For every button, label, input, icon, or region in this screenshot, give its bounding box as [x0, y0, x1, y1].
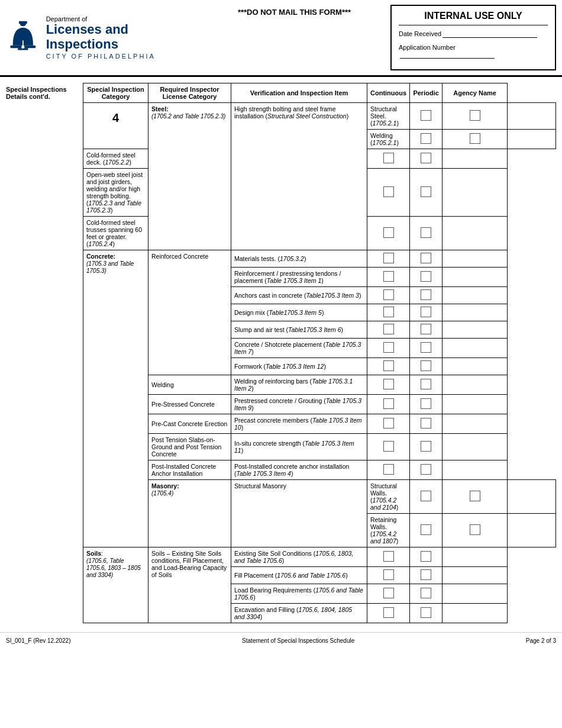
s2-per: [410, 567, 443, 584]
s4-agency[interactable]: [443, 604, 508, 623]
steel-4-continuous-checkbox[interactable]: [383, 186, 394, 197]
s3-cont-cb[interactable]: [383, 588, 394, 598]
steel-5-periodic-cell: [410, 217, 443, 250]
steel-4-agency[interactable]: [443, 169, 508, 217]
concrete-item-4: Design mix (Table1705.3 Item 5): [231, 304, 367, 321]
application-number-value[interactable]: [400, 51, 495, 59]
steel-3-periodic-cell: [410, 149, 443, 169]
soils-item-2: Fill Placement (1705.6 and Table 1705.6): [231, 567, 367, 584]
c8-cont-cb[interactable]: [383, 379, 394, 389]
steel-1-continuous-checkbox[interactable]: [421, 110, 431, 121]
m1-agency[interactable]: [508, 480, 556, 514]
steel-4-continuous-cell: [367, 169, 410, 217]
c6-agency[interactable]: [443, 339, 508, 358]
c1-agency[interactable]: [443, 250, 508, 268]
c11-agency[interactable]: [443, 434, 508, 460]
masonry-item-2: Retaining Walls. (1705.4.2 and 1807): [367, 514, 410, 547]
c9-per-cb[interactable]: [421, 398, 431, 409]
s2-agency[interactable]: [443, 567, 508, 584]
steel-2-continuous-checkbox[interactable]: [421, 133, 431, 144]
s2-per-cb[interactable]: [421, 569, 431, 580]
c5-agency[interactable]: [443, 321, 508, 339]
m2-cont-cb[interactable]: [421, 524, 431, 535]
steel-2-agency[interactable]: [508, 130, 556, 149]
c7-cont-cb[interactable]: [383, 360, 394, 371]
c5-per-cb[interactable]: [421, 324, 431, 334]
steel-4-periodic-checkbox[interactable]: [421, 186, 431, 197]
steel-3-periodic-checkbox[interactable]: [421, 153, 431, 163]
m1-per-cb[interactable]: [470, 491, 480, 501]
steel-5-periodic-checkbox[interactable]: [421, 227, 431, 238]
structural-masonry-inspector: Structural Masonry: [231, 480, 367, 547]
c8-agency[interactable]: [443, 375, 508, 395]
form-id: SI_001_F (Rev 12.2022): [6, 637, 71, 644]
steel-3-continuous-checkbox[interactable]: [383, 153, 394, 163]
c3-cont-cb[interactable]: [383, 289, 394, 300]
c4-agency[interactable]: [443, 304, 508, 321]
c11-per-cb[interactable]: [421, 441, 431, 452]
m1-cont: [410, 480, 443, 514]
c2-cont-cb[interactable]: [383, 271, 394, 282]
m2-agency[interactable]: [508, 514, 556, 547]
concrete-item-8: Welding of reinforcing bars (Table 1705.…: [231, 375, 367, 395]
c12-per-cb[interactable]: [421, 464, 431, 475]
steel-5-agency[interactable]: [443, 217, 508, 250]
welding-inspector: Welding: [148, 375, 231, 395]
c2-per: [410, 268, 443, 287]
c8-per-cb[interactable]: [421, 379, 431, 389]
s4-cont-cb[interactable]: [383, 607, 394, 618]
soils-label: Soils: [86, 550, 101, 557]
m1-cont-cb[interactable]: [421, 491, 431, 501]
soils-ref: (1705.6, Table 1705.6, 1803 – 1805 and 3…: [86, 558, 141, 578]
s1-cont-cb[interactable]: [383, 551, 394, 562]
steel-1-agency[interactable]: [508, 103, 556, 130]
header-inspector: Required Inspector License Category: [148, 83, 231, 103]
page-number-cell: 4: [83, 103, 148, 149]
c6-per-cb[interactable]: [421, 342, 431, 353]
c12-agency[interactable]: [443, 460, 508, 480]
c10-per-cb[interactable]: [421, 418, 431, 429]
c3-per-cb[interactable]: [421, 289, 431, 300]
steel-5-continuous-checkbox[interactable]: [383, 227, 394, 238]
c5-cont-cb[interactable]: [383, 324, 394, 334]
c7-agency[interactable]: [443, 358, 508, 375]
c11-cont-cb[interactable]: [383, 441, 394, 452]
c7-per-cb[interactable]: [421, 360, 431, 371]
c6-cont-cb[interactable]: [383, 342, 394, 353]
c6-cont: [367, 339, 410, 358]
c4-per-cb[interactable]: [421, 307, 431, 317]
inspection-table: Special Inspection Category Required Ins…: [83, 83, 556, 623]
m2-cont: [410, 514, 443, 547]
steel-2-periodic-checkbox[interactable]: [470, 133, 480, 144]
s1-agency[interactable]: [443, 547, 508, 567]
c12-cont-cb[interactable]: [383, 464, 394, 475]
c10-agency[interactable]: [443, 414, 508, 434]
c1-per-cb[interactable]: [421, 253, 431, 263]
masonry-category: Masonry: (1705.4): [148, 480, 231, 547]
date-received-value[interactable]: [443, 30, 537, 38]
c2-per-cb[interactable]: [421, 271, 431, 282]
c4-cont-cb[interactable]: [383, 307, 394, 317]
dept-name-label: Licenses and Inspections: [46, 22, 198, 51]
m1-per: [443, 480, 508, 514]
c10-cont-cb[interactable]: [383, 418, 394, 429]
sidebar-title: Special Inspections Details cont'd.: [6, 86, 77, 100]
m2-per-cb[interactable]: [470, 524, 480, 535]
c5-per: [410, 321, 443, 339]
header-category: Special Inspection Category: [83, 83, 148, 103]
s1-per-cb[interactable]: [421, 551, 431, 562]
c2-agency[interactable]: [443, 268, 508, 287]
steel-1-periodic-checkbox[interactable]: [470, 110, 480, 121]
steel-inspector: High strength bolting and steel frame in…: [231, 103, 367, 250]
s3-per-cb[interactable]: [421, 588, 431, 598]
c3-cont: [367, 287, 410, 304]
concrete-label: Concrete:: [86, 253, 115, 260]
c9-cont-cb[interactable]: [383, 398, 394, 409]
steel-3-agency[interactable]: [443, 149, 508, 169]
c1-cont-cb[interactable]: [383, 253, 394, 263]
c9-agency[interactable]: [443, 395, 508, 414]
s3-agency[interactable]: [443, 584, 508, 604]
s2-cont-cb[interactable]: [383, 569, 394, 580]
s4-per-cb[interactable]: [421, 607, 431, 618]
c3-agency[interactable]: [443, 287, 508, 304]
